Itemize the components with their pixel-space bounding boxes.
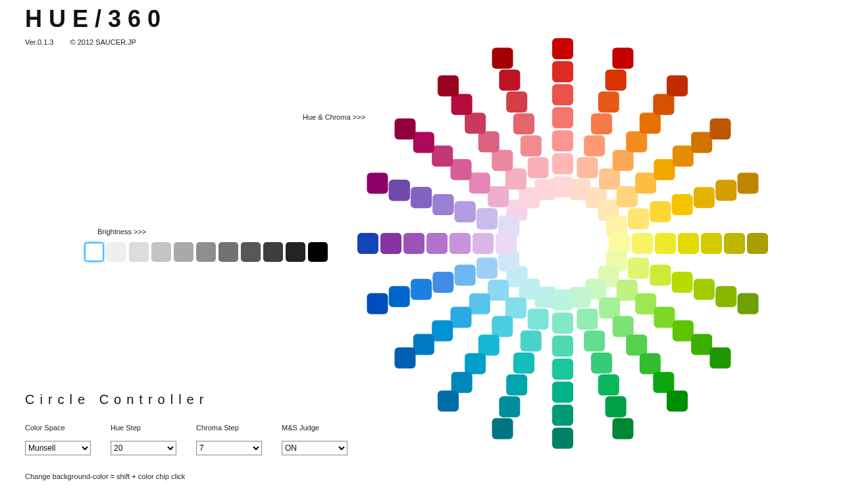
hue-chip[interactable] (432, 145, 453, 166)
hue-chip[interactable] (613, 316, 634, 337)
hue-chip[interactable] (626, 131, 647, 152)
hue-chip[interactable] (451, 94, 473, 115)
hue-chip[interactable] (667, 76, 688, 97)
hue-chip[interactable] (521, 330, 542, 351)
hue-chip[interactable] (628, 209, 649, 230)
hue-chip[interactable] (528, 157, 549, 178)
hue-chip[interactable] (465, 113, 486, 134)
hue-chip[interactable] (403, 233, 424, 254)
control-select[interactable]: ON (282, 441, 347, 455)
hue-chip[interactable] (469, 172, 490, 193)
hue-chip[interactable] (612, 47, 633, 68)
hue-chip[interactable] (626, 335, 647, 356)
hue-chip[interactable] (432, 194, 453, 215)
hue-chip[interactable] (513, 113, 534, 134)
hue-chip[interactable] (650, 201, 671, 222)
hue-chip[interactable] (432, 320, 453, 341)
hue-chip[interactable] (701, 233, 722, 254)
brightness-chip[interactable] (107, 242, 126, 262)
brightness-chip[interactable] (196, 242, 216, 262)
hue-chip[interactable] (389, 286, 410, 307)
brightness-chip[interactable] (263, 242, 283, 262)
hue-chip[interactable] (492, 418, 513, 440)
hue-chip[interactable] (635, 293, 656, 315)
hue-chip[interactable] (395, 118, 416, 139)
hue-chip[interactable] (654, 159, 675, 180)
hue-chip[interactable] (747, 233, 768, 254)
hue-chip[interactable] (367, 293, 388, 314)
hue-chip[interactable] (715, 180, 736, 201)
hue-chip[interactable] (653, 372, 674, 393)
hue-chip[interactable] (451, 372, 473, 393)
hue-chip[interactable] (552, 84, 573, 105)
hue-chip[interactable] (438, 390, 459, 411)
hue-chip[interactable] (654, 307, 675, 328)
hue-chip[interactable] (426, 233, 448, 254)
hue-chip[interactable] (476, 209, 498, 230)
hue-chip[interactable] (691, 334, 712, 355)
hue-chip[interactable] (628, 257, 649, 278)
hue-chip[interactable] (632, 233, 653, 254)
hue-chip[interactable] (635, 172, 656, 193)
hue-chip[interactable] (552, 107, 573, 128)
hue-chip[interactable] (478, 131, 500, 152)
hue-chip[interactable] (432, 272, 453, 293)
hue-chip[interactable] (694, 279, 715, 300)
hue-chip[interactable] (599, 297, 620, 318)
hue-chip[interactable] (411, 187, 432, 208)
hue-chip[interactable] (584, 136, 605, 157)
hue-chip[interactable] (599, 168, 620, 189)
hue-chip[interactable] (455, 201, 476, 222)
hue-chip[interactable] (476, 257, 498, 278)
hue-chip[interactable] (496, 233, 517, 254)
hue-chip[interactable] (598, 374, 619, 395)
hue-chip[interactable] (613, 150, 634, 171)
hue-chip[interactable] (413, 334, 434, 355)
brightness-chip[interactable] (286, 242, 305, 262)
hue-chip[interactable] (552, 428, 573, 449)
hue-chip[interactable] (506, 374, 527, 395)
brightness-chip[interactable] (218, 242, 238, 262)
hue-chip[interactable] (591, 113, 612, 134)
hue-chip[interactable] (605, 396, 627, 417)
hue-chip[interactable] (673, 145, 694, 166)
brightness-chip[interactable] (84, 242, 104, 262)
hue-chip[interactable] (715, 286, 736, 307)
hue-chip[interactable] (513, 353, 534, 374)
hue-chip[interactable] (650, 265, 671, 286)
hue-chip[interactable] (488, 280, 509, 301)
hue-chip[interactable] (617, 186, 638, 207)
hue-chip[interactable] (492, 47, 513, 68)
hue-chip[interactable] (738, 293, 759, 314)
hue-chip[interactable] (678, 233, 699, 254)
hue-chip[interactable] (449, 233, 471, 254)
hue-chip[interactable] (672, 194, 693, 215)
control-select[interactable]: Munsell (25, 441, 91, 455)
hue-chip[interactable] (640, 113, 661, 134)
hue-chip[interactable] (552, 38, 573, 59)
hue-chip[interactable] (591, 353, 612, 374)
hue-chip[interactable] (691, 132, 712, 153)
hue-chip[interactable] (552, 405, 573, 426)
hue-chip[interactable] (577, 157, 598, 178)
brightness-chip[interactable] (129, 242, 149, 262)
hue-chip[interactable] (709, 347, 731, 368)
hue-chip[interactable] (653, 94, 674, 115)
hue-chip[interactable] (438, 76, 459, 97)
hue-chip[interactable] (584, 330, 605, 351)
hue-chip[interactable] (473, 233, 494, 254)
hue-chip[interactable] (598, 91, 619, 113)
hue-chip[interactable] (450, 159, 471, 180)
hue-chip[interactable] (413, 132, 434, 153)
hue-chip[interactable] (552, 336, 573, 357)
hue-chip[interactable] (505, 297, 526, 318)
hue-chip[interactable] (552, 153, 573, 174)
hue-chip[interactable] (655, 233, 676, 254)
hue-chip[interactable] (738, 173, 759, 194)
brightness-chip[interactable] (241, 242, 261, 262)
hue-chip[interactable] (552, 382, 573, 403)
hue-chip[interactable] (465, 353, 486, 374)
hue-chip[interactable] (667, 390, 688, 411)
hue-chip[interactable] (492, 150, 513, 171)
hue-chip[interactable] (640, 353, 661, 374)
